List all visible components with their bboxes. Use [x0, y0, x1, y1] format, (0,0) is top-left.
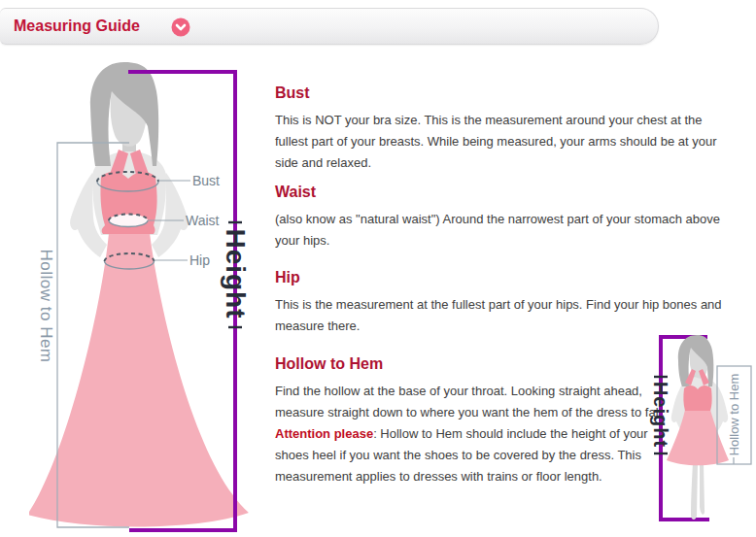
hollow-description-intro: Find the hollow at the base of your thro…: [275, 384, 665, 420]
attention-please-label: Attention please: [275, 426, 373, 441]
small-hollow-to-hem-vertical-label: Hollow to Hem: [727, 374, 741, 456]
measuring-guide-page: Measuring Guide Bust: [0, 0, 756, 537]
small-legs-shape: [691, 462, 704, 520]
chevron-down-icon[interactable]: [171, 17, 190, 37]
large-measuring-figure-diagram: Bust Waist Hip Hollow to Hem Height: [29, 58, 262, 537]
page-title: Measuring Guide: [14, 9, 140, 44]
dress-skirt-shape: [29, 233, 249, 527]
bust-description: This is NOT your bra size. This is the m…: [275, 110, 732, 174]
height-vertical-label: Height: [221, 228, 251, 319]
measuring-guide-accordion-header[interactable]: Measuring Guide: [0, 8, 659, 45]
hip-label: Hip: [189, 252, 210, 268]
hip-heading: Hip: [275, 268, 732, 287]
small-height-vertical-label: Height: [650, 382, 671, 448]
bust-section: Bust This is NOT your bra size. This is …: [275, 84, 732, 174]
waist-label: Waist: [186, 213, 220, 228]
bust-label: Bust: [192, 173, 220, 188]
waist-section: Waist (also know as "natural waist") Aro…: [275, 183, 732, 252]
waist-heading: Waist: [275, 183, 732, 202]
bust-heading: Bust: [275, 84, 732, 103]
hollow-to-hem-vertical-label: Hollow to Hem: [37, 249, 55, 362]
waist-description: (also know as "natural waist") Around th…: [275, 209, 732, 252]
small-measuring-figure-diagram: Hollow to Hem Height: [641, 320, 756, 537]
